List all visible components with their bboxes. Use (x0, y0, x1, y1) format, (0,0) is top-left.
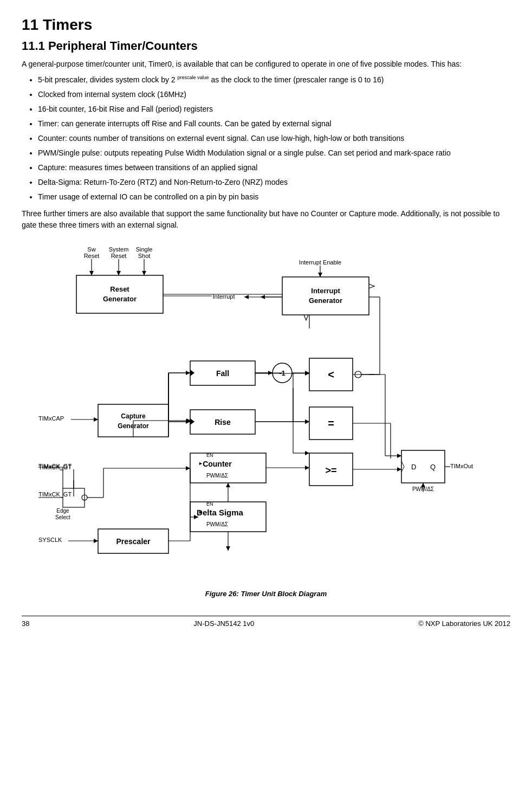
list-item: Timer usage of external IO can be contro… (38, 191, 510, 203)
svg-marker-34 (190, 370, 194, 376)
svg-text:System: System (109, 246, 129, 253)
svg-text:Sw: Sw (87, 246, 95, 253)
svg-text:TIMxCK_GT: TIMxCK_GT (38, 491, 72, 498)
svg-marker-69 (397, 467, 401, 472)
svg-text:EN: EN (206, 453, 213, 458)
svg-text:Reset: Reset (110, 285, 129, 293)
svg-marker-9 (116, 271, 121, 275)
svg-marker-27 (94, 417, 98, 422)
svg-marker-117 (397, 454, 401, 458)
svg-text:Reset: Reset (84, 253, 100, 259)
list-item: PWM/Single pulse: outputs repeating Puls… (38, 147, 510, 159)
svg-marker-17 (318, 273, 322, 277)
list-item: Capture: measures times between transiti… (38, 162, 510, 173)
feature-list: 5-bit prescaler, divides system clock by… (38, 74, 510, 203)
further-text: Three further timers are also available … (22, 208, 510, 231)
svg-text:Interrupt: Interrupt (311, 287, 340, 295)
list-item: Clocked from internal system clock (16MH… (38, 89, 510, 100)
intro-text: A general-purpose timer/counter unit, Ti… (22, 59, 510, 70)
svg-text:=: = (328, 417, 334, 429)
svg-text:Single: Single (136, 246, 153, 253)
svg-text:Fall: Fall (216, 369, 229, 378)
block-diagram: Sw Reset System Reset Single Shot Reset … (33, 242, 499, 578)
svg-text:PWM/ΔΣ: PWM/ΔΣ (206, 473, 228, 479)
svg-text:Interrupt Enable: Interrupt Enable (299, 259, 341, 266)
list-item: 16-bit counter, 16-bit Rise and Fall (pe… (38, 104, 510, 115)
svg-text:>=: >= (325, 465, 336, 476)
list-item: 5-bit prescaler, divides system clock by… (38, 74, 510, 86)
section-title: 11.1 Peripheral Timer/Counters (22, 39, 510, 53)
svg-marker-113 (226, 546, 230, 551)
svg-marker-39 (190, 418, 194, 425)
svg-rect-12 (76, 275, 163, 313)
svg-text:Prescaler: Prescaler (116, 537, 151, 546)
list-item: Delta-Sigma: Return-To-Zero (RTZ) and No… (38, 177, 510, 188)
footer: 38 JN-DS-JN5142 1v0 © NXP Laboratories U… (22, 616, 510, 628)
chapter-title: 11 Timers (22, 16, 510, 34)
svg-rect-18 (282, 277, 369, 315)
svg-text:TIMxCAP: TIMxCAP (38, 415, 64, 422)
svg-marker-23 (244, 295, 249, 299)
svg-marker-84 (305, 466, 309, 470)
svg-text:Generator: Generator (103, 295, 137, 303)
svg-text:D: D (411, 463, 416, 471)
page-number: 38 (22, 619, 29, 628)
svg-marker-111 (226, 483, 230, 487)
svg-rect-61 (401, 450, 445, 483)
svg-text:TIMxCK_GT: TIMxCK_GT (38, 463, 72, 469)
svg-text:Select: Select (55, 514, 70, 520)
svg-text:Counter: Counter (203, 460, 232, 468)
svg-marker-7 (89, 271, 94, 275)
list-item: Timer: can generate interrupts off Rise … (38, 118, 510, 130)
svg-text:Capture: Capture (121, 412, 146, 420)
svg-marker-140 (305, 419, 309, 424)
svg-text:Q: Q (430, 463, 436, 471)
copyright: © NXP Laboratories UK 2012 (418, 619, 510, 628)
svg-text:Edge: Edge (56, 508, 69, 514)
svg-text:EN: EN (206, 501, 213, 507)
svg-marker-103 (94, 539, 98, 543)
svg-text:Reset: Reset (111, 253, 127, 259)
doc-id: JN-DS-JN5142 1v0 (193, 619, 254, 628)
svg-marker-143 (305, 451, 309, 455)
svg-text:<: < (328, 369, 334, 380)
svg-marker-11 (142, 271, 146, 275)
svg-marker-145 (261, 295, 265, 299)
list-item: Counter: counts number of transitions on… (38, 133, 510, 144)
svg-text:Generator: Generator (309, 296, 342, 305)
svg-text:SYSCLK: SYSCLK (38, 537, 62, 543)
svg-text:PWM/ΔΣ: PWM/ΔΣ (206, 521, 228, 527)
svg-marker-94 (186, 466, 190, 470)
svg-text:Shot: Shot (138, 253, 151, 259)
figure-caption: Figure 26: Timer Unit Block Diagram (22, 589, 510, 599)
svg-text:Rise: Rise (215, 418, 231, 427)
svg-marker-72 (421, 483, 425, 487)
svg-text:Delta Sigma: Delta Sigma (197, 508, 244, 517)
svg-text:TIMxOut: TIMxOut (450, 463, 473, 469)
